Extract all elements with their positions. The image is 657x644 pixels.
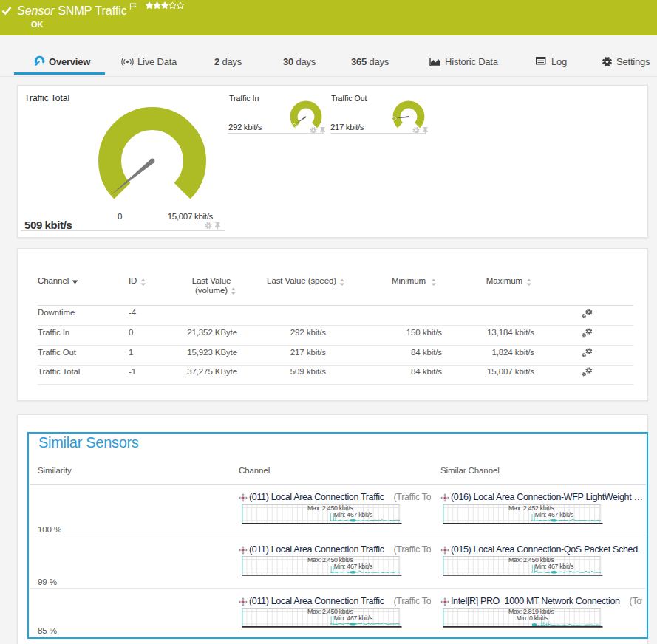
svg-text:Min: 467 kbit/s: Min: 467 kbit/s bbox=[333, 564, 372, 571]
svg-text:Min: 467 kbit/s: Min: 467 kbit/s bbox=[333, 615, 372, 623]
svg-text:Min: 467 kbit/s: Min: 467 kbit/s bbox=[333, 511, 372, 518]
svg-text:Min: 467 kbit/s: Min: 467 kbit/s bbox=[535, 511, 574, 518]
svg-text:Min: 467 kbit/s: Min: 467 kbit/s bbox=[535, 564, 574, 571]
svg-text:Min: 0 kbit/s: Min: 0 kbit/s bbox=[517, 615, 549, 623]
